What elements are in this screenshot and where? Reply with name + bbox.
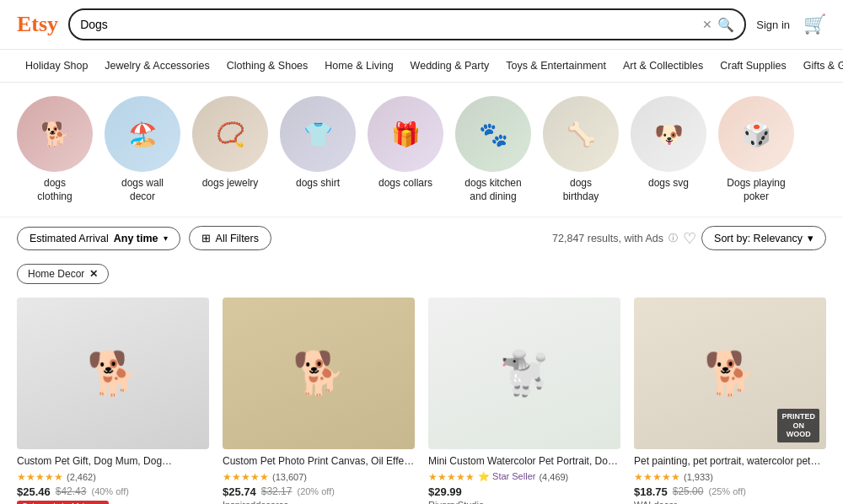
stars-2: ★★★★★ (223, 471, 269, 483)
nav-item-clothing---shoes[interactable]: Clothing & Shoes (218, 56, 317, 75)
product-card-1[interactable]: 🐕Custom Pet Gift, Dog Mum, Dog Sympathy,… (17, 298, 209, 504)
save-search-icon[interactable]: ♡ (683, 229, 696, 248)
price-1: $25.46 (17, 485, 51, 498)
cart-icon[interactable]: 🛒 (803, 13, 826, 35)
rating-row-2: ★★★★★(13,607) (223, 471, 415, 483)
original-price-1: $42.43 (56, 485, 87, 497)
search-bar: ✕ 🔍 (68, 8, 746, 40)
category-item-8[interactable]: 🐶dogs svg (631, 96, 706, 203)
discount-4: (25% off) (708, 486, 745, 496)
product-image-3: 🐩 (428, 298, 620, 449)
category-item-7[interactable]: 🦴dogs birthday (543, 96, 619, 203)
category-circle-3: 📿 (192, 96, 268, 172)
category-circle-9: 🎲 (718, 96, 794, 172)
discount-2: (20% off) (297, 486, 334, 496)
category-circles: 🐕dogs clothing🏖️dogs wall decor📿dogs jew… (0, 83, 843, 217)
nav-item-gifts---gift-cards[interactable]: Gifts & Gift Cards (795, 56, 843, 75)
product-emoji-1: 🐕 (87, 349, 139, 398)
category-label-9: Dogs playing poker (727, 177, 785, 203)
nav-item-jewelry---accessories[interactable]: Jewelry & Accessories (96, 56, 217, 75)
category-icon-2: 🏖️ (105, 96, 180, 172)
sort-button[interactable]: Sort by: Relevancy ▾ (701, 226, 826, 250)
category-icon-1: 🐕 (17, 96, 93, 172)
results-info: 72,847 results, with Ads ⓘ ♡ Sort by: Re… (552, 226, 826, 250)
category-item-4[interactable]: 👕dogs shirt (280, 96, 356, 203)
category-label-3: dogs jewelry (202, 177, 259, 190)
category-circle-1: 🐕 (17, 96, 93, 172)
category-icon-8: 🐶 (631, 96, 706, 172)
price-row-1: $25.46$42.43(40% off) (17, 485, 209, 498)
etsy-logo[interactable]: Etsy (17, 12, 58, 37)
product-image-2: 🐕 (223, 298, 415, 449)
category-item-5[interactable]: 🎁dogs collars (368, 96, 443, 203)
category-circle-7: 🦴 (543, 96, 619, 172)
info-icon: ⓘ (668, 232, 678, 244)
product-card-4[interactable]: 🐕PRINTED ON WOODPet painting, pet portra… (634, 298, 826, 504)
seller-2: Inspireddecorco (223, 500, 415, 504)
price-4: $18.75 (634, 485, 668, 498)
category-icon-9: 🎲 (718, 96, 794, 172)
rating-row-3: ★★★★★⭐ Star Seller(4,469) (428, 471, 620, 483)
category-label-5: dogs collars (379, 177, 432, 190)
category-icon-4: 👕 (280, 96, 356, 172)
filter-icon: ⊞ (201, 232, 211, 244)
product-emoji-2: 🐕 (293, 349, 345, 398)
category-label-7: dogs birthday (563, 177, 599, 203)
nav-item-toys---entertainment[interactable]: Toys & Entertainment (497, 56, 615, 75)
nav-item-holiday-shop[interactable]: Holiday Shop (17, 56, 96, 75)
product-title-2: Custom Pet Photo Print Canvas, Oil Effec… (223, 454, 415, 469)
category-item-3[interactable]: 📿dogs jewelry (192, 96, 268, 203)
reviews-1: (2,462) (67, 472, 96, 482)
search-icon[interactable]: 🔍 (717, 17, 734, 33)
product-title-1: Custom Pet Gift, Dog Mum, Dog Sympathy, … (17, 454, 209, 469)
category-icon-3: 📿 (192, 96, 268, 172)
original-price-4: $25.00 (673, 485, 704, 497)
category-label-4: dogs shirt (296, 177, 340, 190)
sign-in-button[interactable]: Sign in (756, 19, 790, 31)
category-label-8: dogs svg (648, 177, 689, 190)
nav-item-craft-supplies[interactable]: Craft Supplies (711, 56, 795, 75)
discount-1: (40% off) (91, 486, 128, 496)
sort-chevron-icon: ▾ (808, 232, 813, 244)
header: Etsy ✕ 🔍 Sign in 🛒 (0, 0, 843, 50)
nav-item-art---collectibles[interactable]: Art & Collectibles (615, 56, 711, 75)
product-image-1: 🐕 (17, 298, 209, 449)
all-filters-button[interactable]: ⊞ All Filters (189, 226, 271, 250)
results-count: 72,847 results, with Ads (552, 233, 663, 244)
product-image-4: 🐕PRINTED ON WOOD (634, 298, 826, 449)
arrival-value: Any time (114, 233, 158, 244)
category-circle-8: 🐶 (631, 96, 706, 172)
chevron-down-icon: ▾ (164, 233, 168, 243)
arrival-filter-button[interactable]: Estimated Arrival Any time ▾ (17, 227, 180, 250)
rating-row-1: ★★★★★(2,462) (17, 471, 209, 483)
nav-item-home---living[interactable]: Home & Living (316, 56, 401, 75)
star-seller-badge-3: ⭐ Star Seller (478, 471, 535, 482)
product-card-2[interactable]: 🐕Custom Pet Photo Print Canvas, Oil Effe… (223, 298, 415, 504)
price-row-3: $29.99 (428, 485, 620, 498)
price-row-4: $18.75$25.00(25% off) (634, 485, 826, 498)
category-item-6[interactable]: 🐾dogs kitchen and dining (455, 96, 531, 203)
home-decor-filter-tag[interactable]: Home Decor ✕ (17, 264, 109, 284)
product-title-4: Pet painting, pet portrait, watercolor p… (634, 454, 826, 469)
rating-row-4: ★★★★★(1,933) (634, 471, 826, 483)
product-card-3[interactable]: 🐩Mini Custom Watercolor Pet Portrait, Do… (428, 298, 620, 504)
sale-badge-1: Sale ends in 11 hours (17, 501, 109, 504)
clear-search-icon[interactable]: ✕ (702, 18, 712, 31)
remove-filter-icon[interactable]: ✕ (89, 268, 98, 280)
category-icon-5: 🎁 (368, 96, 443, 172)
search-input[interactable] (80, 18, 702, 31)
category-item-2[interactable]: 🏖️dogs wall decor (105, 96, 180, 203)
product-emoji-3: 🐩 (498, 349, 550, 398)
category-item-1[interactable]: 🐕dogs clothing (17, 96, 93, 203)
nav-item-wedding---party[interactable]: Wedding & Party (402, 56, 498, 75)
price-row-2: $25.74$32.17(20% off) (223, 485, 415, 498)
header-right: Sign in 🛒 (756, 13, 826, 35)
category-item-9[interactable]: 🎲Dogs playing poker (718, 96, 794, 203)
main-nav: Holiday ShopJewelry & AccessoriesClothin… (0, 50, 843, 83)
seller-4: WALdecor (634, 500, 826, 504)
product-grid: 🐕Custom Pet Gift, Dog Mum, Dog Sympathy,… (0, 289, 843, 504)
seller-3: RiverryStudio (428, 500, 620, 504)
active-filters: Home Decor ✕ (0, 259, 843, 289)
category-label-6: dogs kitchen and dining (464, 177, 521, 203)
filters-row: Estimated Arrival Any time ▾ ⊞ All Filte… (0, 217, 843, 259)
